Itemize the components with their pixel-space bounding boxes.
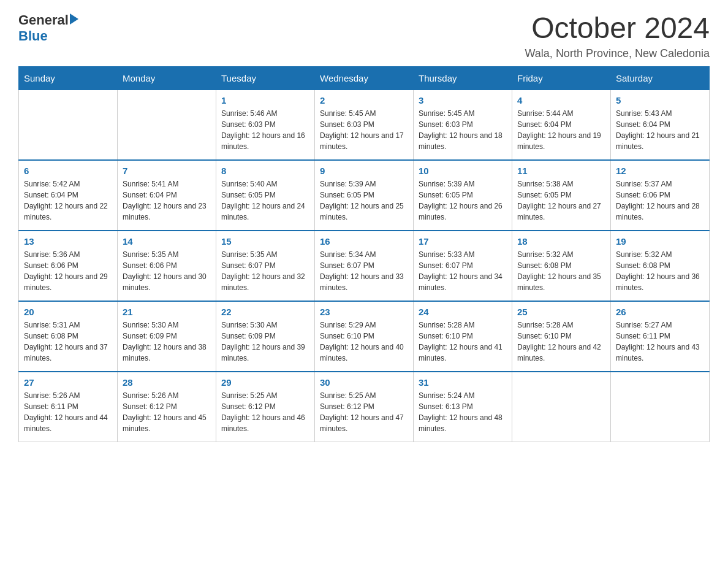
day-cell-3-3: 23Sunrise: 5:29 AMSunset: 6:10 PMDayligh… <box>315 301 414 372</box>
day-number: 28 <box>123 377 211 388</box>
day-number: 25 <box>517 307 605 317</box>
day-info: Sunrise: 5:28 AMSunset: 6:10 PMDaylight:… <box>517 320 605 364</box>
day-cell-1-5: 11Sunrise: 5:38 AMSunset: 6:05 PMDayligh… <box>512 160 611 231</box>
day-cell-2-4: 17Sunrise: 5:33 AMSunset: 6:07 PMDayligh… <box>414 231 512 301</box>
day-info: Sunrise: 5:41 AMSunset: 6:04 PMDaylight:… <box>123 178 211 223</box>
week-row-0: 1Sunrise: 5:46 AMSunset: 6:03 PMDaylight… <box>19 90 710 160</box>
day-number: 21 <box>123 307 211 317</box>
day-info: Sunrise: 5:26 AMSunset: 6:11 PMDaylight:… <box>24 390 112 434</box>
day-cell-0-1 <box>118 90 216 160</box>
day-info: Sunrise: 5:43 AMSunset: 6:04 PMDaylight:… <box>616 108 704 152</box>
day-info: Sunrise: 5:26 AMSunset: 6:12 PMDaylight:… <box>123 390 211 434</box>
day-info: Sunrise: 5:32 AMSunset: 6:08 PMDaylight:… <box>517 249 605 293</box>
day-info: Sunrise: 5:24 AMSunset: 6:13 PMDaylight:… <box>419 390 507 434</box>
day-info: Sunrise: 5:35 AMSunset: 6:07 PMDaylight:… <box>221 249 309 293</box>
day-cell-0-2: 1Sunrise: 5:46 AMSunset: 6:03 PMDaylight… <box>216 90 315 160</box>
week-row-2: 13Sunrise: 5:36 AMSunset: 6:06 PMDayligh… <box>19 231 710 301</box>
week-row-4: 27Sunrise: 5:26 AMSunset: 6:11 PMDayligh… <box>19 372 710 442</box>
col-sunday: Sunday <box>19 66 118 90</box>
day-cell-1-3: 9Sunrise: 5:39 AMSunset: 6:05 PMDaylight… <box>315 160 414 231</box>
day-cell-0-4: 3Sunrise: 5:45 AMSunset: 6:03 PMDaylight… <box>414 90 512 160</box>
day-number: 7 <box>123 166 211 176</box>
day-cell-1-2: 8Sunrise: 5:40 AMSunset: 6:05 PMDaylight… <box>216 160 315 231</box>
day-number: 18 <box>517 236 605 247</box>
col-wednesday: Wednesday <box>315 66 414 90</box>
day-cell-2-1: 14Sunrise: 5:35 AMSunset: 6:06 PMDayligh… <box>118 231 216 301</box>
day-cell-3-5: 25Sunrise: 5:28 AMSunset: 6:10 PMDayligh… <box>512 301 611 372</box>
day-info: Sunrise: 5:36 AMSunset: 6:06 PMDaylight:… <box>24 249 112 293</box>
day-cell-1-1: 7Sunrise: 5:41 AMSunset: 6:04 PMDaylight… <box>118 160 216 231</box>
day-info: Sunrise: 5:25 AMSunset: 6:12 PMDaylight:… <box>221 390 309 434</box>
day-cell-1-4: 10Sunrise: 5:39 AMSunset: 6:05 PMDayligh… <box>414 160 512 231</box>
day-number: 12 <box>616 166 704 176</box>
day-info: Sunrise: 5:37 AMSunset: 6:06 PMDaylight:… <box>616 178 704 223</box>
day-info: Sunrise: 5:45 AMSunset: 6:03 PMDaylight:… <box>320 108 408 152</box>
day-number: 3 <box>419 95 507 105</box>
day-cell-0-3: 2Sunrise: 5:45 AMSunset: 6:03 PMDaylight… <box>315 90 414 160</box>
day-info: Sunrise: 5:29 AMSunset: 6:10 PMDaylight:… <box>320 320 408 364</box>
day-info: Sunrise: 5:44 AMSunset: 6:04 PMDaylight:… <box>517 108 605 152</box>
day-info: Sunrise: 5:28 AMSunset: 6:10 PMDaylight:… <box>419 320 507 364</box>
col-tuesday: Tuesday <box>216 66 315 90</box>
day-number: 15 <box>221 236 309 247</box>
day-number: 5 <box>616 95 704 105</box>
logo-general: General <box>18 12 69 28</box>
day-number: 8 <box>221 166 309 176</box>
day-cell-1-6: 12Sunrise: 5:37 AMSunset: 6:06 PMDayligh… <box>611 160 710 231</box>
day-number: 13 <box>24 236 112 247</box>
day-cell-3-6: 26Sunrise: 5:27 AMSunset: 6:11 PMDayligh… <box>611 301 710 372</box>
location: Wala, North Province, New Caledonia <box>525 47 710 60</box>
col-thursday: Thursday <box>414 66 512 90</box>
week-row-1: 6Sunrise: 5:42 AMSunset: 6:04 PMDaylight… <box>19 160 710 231</box>
day-cell-0-0 <box>19 90 118 160</box>
day-number: 23 <box>320 307 408 317</box>
day-number: 31 <box>419 377 507 388</box>
day-cell-2-5: 18Sunrise: 5:32 AMSunset: 6:08 PMDayligh… <box>512 231 611 301</box>
title-area: October 2024 Wala, North Province, New C… <box>525 12 710 60</box>
day-number: 2 <box>320 95 408 105</box>
day-cell-4-3: 30Sunrise: 5:25 AMSunset: 6:12 PMDayligh… <box>315 372 414 442</box>
day-info: Sunrise: 5:32 AMSunset: 6:08 PMDaylight:… <box>616 249 704 293</box>
day-cell-4-4: 31Sunrise: 5:24 AMSunset: 6:13 PMDayligh… <box>414 372 512 442</box>
day-cell-4-6 <box>611 372 710 442</box>
day-number: 30 <box>320 377 408 388</box>
day-number: 14 <box>123 236 211 247</box>
day-cell-2-6: 19Sunrise: 5:32 AMSunset: 6:08 PMDayligh… <box>611 231 710 301</box>
day-number: 11 <box>517 166 605 176</box>
day-number: 9 <box>320 166 408 176</box>
day-info: Sunrise: 5:35 AMSunset: 6:06 PMDaylight:… <box>123 249 211 293</box>
day-number: 1 <box>221 95 309 105</box>
day-info: Sunrise: 5:46 AMSunset: 6:03 PMDaylight:… <box>221 108 309 152</box>
col-friday: Friday <box>512 66 611 90</box>
logo-arrow-icon <box>70 13 78 25</box>
day-cell-2-3: 16Sunrise: 5:34 AMSunset: 6:07 PMDayligh… <box>315 231 414 301</box>
logo: General Blue <box>18 12 78 44</box>
day-info: Sunrise: 5:39 AMSunset: 6:05 PMDaylight:… <box>320 178 408 223</box>
day-number: 10 <box>419 166 507 176</box>
day-info: Sunrise: 5:40 AMSunset: 6:05 PMDaylight:… <box>221 178 309 223</box>
day-number: 26 <box>616 307 704 317</box>
day-info: Sunrise: 5:45 AMSunset: 6:03 PMDaylight:… <box>419 108 507 152</box>
day-cell-4-2: 29Sunrise: 5:25 AMSunset: 6:12 PMDayligh… <box>216 372 315 442</box>
day-info: Sunrise: 5:38 AMSunset: 6:05 PMDaylight:… <box>517 178 605 223</box>
day-number: 20 <box>24 307 112 317</box>
day-cell-2-2: 15Sunrise: 5:35 AMSunset: 6:07 PMDayligh… <box>216 231 315 301</box>
day-number: 24 <box>419 307 507 317</box>
day-number: 29 <box>221 377 309 388</box>
day-cell-3-1: 21Sunrise: 5:30 AMSunset: 6:09 PMDayligh… <box>118 301 216 372</box>
day-info: Sunrise: 5:34 AMSunset: 6:07 PMDaylight:… <box>320 249 408 293</box>
week-row-3: 20Sunrise: 5:31 AMSunset: 6:08 PMDayligh… <box>19 301 710 372</box>
page-header: General Blue October 2024 Wala, North Pr… <box>18 12 710 60</box>
day-number: 6 <box>24 166 112 176</box>
day-info: Sunrise: 5:42 AMSunset: 6:04 PMDaylight:… <box>24 178 112 223</box>
day-cell-4-1: 28Sunrise: 5:26 AMSunset: 6:12 PMDayligh… <box>118 372 216 442</box>
day-cell-3-2: 22Sunrise: 5:30 AMSunset: 6:09 PMDayligh… <box>216 301 315 372</box>
day-cell-4-5 <box>512 372 611 442</box>
day-info: Sunrise: 5:33 AMSunset: 6:07 PMDaylight:… <box>419 249 507 293</box>
day-number: 22 <box>221 307 309 317</box>
col-saturday: Saturday <box>611 66 710 90</box>
day-info: Sunrise: 5:25 AMSunset: 6:12 PMDaylight:… <box>320 390 408 434</box>
logo-blue: Blue <box>18 28 78 44</box>
day-info: Sunrise: 5:39 AMSunset: 6:05 PMDaylight:… <box>419 178 507 223</box>
day-cell-0-6: 5Sunrise: 5:43 AMSunset: 6:04 PMDaylight… <box>611 90 710 160</box>
